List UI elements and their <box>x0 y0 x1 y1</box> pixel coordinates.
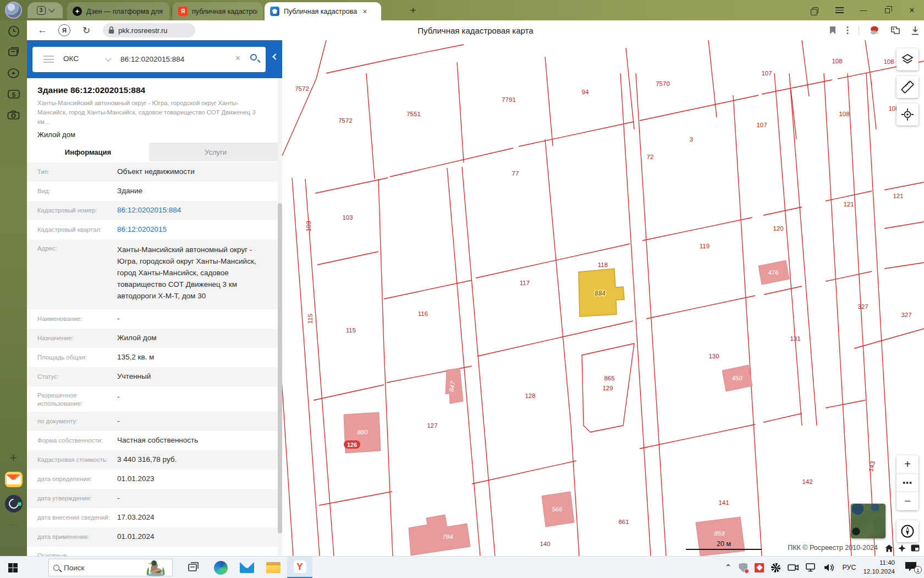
row-label: Кадастровый квартал: <box>37 226 117 234</box>
row-value-link[interactable]: 86:12:0202015:884 <box>117 205 269 216</box>
more-options-button[interactable]: ••• <box>897 474 919 493</box>
object-info-panel: ОКС × Здание 86:12:0202015:884 Ханты-Ман… <box>27 40 282 556</box>
collapse-panel-icon[interactable] <box>272 53 278 59</box>
map-label: 118 <box>598 261 608 268</box>
screen-record-icon[interactable] <box>788 563 799 572</box>
home-icon[interactable] <box>885 544 893 552</box>
map-label: 121 <box>893 193 903 199</box>
info-row: Кадастровый номер:86:12:0202015:884 <box>27 201 278 220</box>
row-label: дата утверждения: <box>37 494 117 503</box>
tray-clock[interactable]: 11:40 12.10.2024 <box>863 559 895 576</box>
extent-icon[interactable] <box>911 544 920 552</box>
passwords-key-icon[interactable] <box>890 26 901 35</box>
tray-expand-chevron[interactable]: ⌃ <box>725 563 732 572</box>
more-dots-icon[interactable]: ··· <box>0 520 27 529</box>
history-icon[interactable] <box>0 25 27 38</box>
new-tab-button[interactable]: + <box>408 5 419 16</box>
reload-icon[interactable]: ↻ <box>75 25 97 36</box>
row-label: Кадастровый номер: <box>37 206 117 215</box>
search-bar: ОКС × <box>32 47 266 72</box>
volume-icon[interactable] <box>824 563 835 572</box>
scrollbar-thumb[interactable] <box>278 203 282 533</box>
yandex-home-icon[interactable]: Я <box>58 24 70 36</box>
edge-icon[interactable] <box>208 557 233 578</box>
file-explorer-icon[interactable] <box>261 557 286 578</box>
pkk-icon <box>270 7 279 16</box>
close-tab-icon[interactable]: × <box>362 7 367 16</box>
address-bar[interactable]: pkk.rosreestr.ru <box>103 23 195 37</box>
back-icon[interactable]: ← <box>31 25 53 36</box>
map-label: 327 <box>901 312 911 318</box>
taskbar-search[interactable]: Поиск <box>48 559 173 576</box>
lock-icon <box>108 26 114 34</box>
bookmark-icon[interactable] <box>829 26 837 35</box>
network-icon[interactable] <box>806 563 817 572</box>
download-icon[interactable] <box>911 26 920 35</box>
taskbar-search-placeholder: Поиск <box>64 564 84 572</box>
chevron-down-icon[interactable] <box>105 55 111 61</box>
cadastral-map[interactable]: 7572757275517791947570107108108107108108… <box>282 40 924 556</box>
building-784 <box>409 515 470 555</box>
search-icon[interactable] <box>250 54 257 61</box>
tab-information[interactable]: Информация <box>27 143 149 161</box>
screenshot-icon[interactable] <box>0 108 27 122</box>
antivirus-icon[interactable] <box>739 563 747 572</box>
map-label: 7570 <box>656 80 670 87</box>
zoom-out-button[interactable]: − <box>897 492 919 510</box>
tab-counter[interactable]: 3 <box>28 2 63 18</box>
row-value-link[interactable]: 86:12:0202015 <box>117 224 269 236</box>
profile-avatar[interactable] <box>5 2 22 19</box>
locate-button[interactable] <box>897 103 919 126</box>
search-category-select[interactable]: ОКС <box>63 54 79 63</box>
extension-avatar-icon[interactable] <box>869 25 880 35</box>
map-label: 3 <box>690 136 693 143</box>
search-icon <box>53 565 59 571</box>
tab-dzen[interactable]: Дзен — платформа для пр <box>67 2 169 20</box>
row-label: дата определения: <box>37 475 117 483</box>
search-input[interactable] <box>120 47 234 71</box>
tabs-counter-icon[interactable]: 5 <box>0 88 27 101</box>
tab-services[interactable]: Услуги <box>149 143 282 161</box>
start-button[interactable] <box>0 557 25 578</box>
map-label: 7572 <box>295 85 309 92</box>
add-panel-icon[interactable]: + <box>0 451 27 465</box>
map-label: 142 <box>802 478 812 485</box>
task-view-icon[interactable] <box>182 557 207 578</box>
extensions-dots-icon[interactable] <box>846 26 849 35</box>
language-indicator[interactable]: РУС <box>842 564 856 571</box>
yandex-mail-icon[interactable] <box>0 472 27 487</box>
panel-scrollbar[interactable] <box>278 78 282 556</box>
pinwheel-app-icon[interactable] <box>771 563 780 572</box>
info-row: Адрес:Ханты-Мансийский автономный округ … <box>27 239 278 309</box>
compass-button[interactable] <box>897 520 919 542</box>
map-attribution: ПКК © Росреестр 2010-2024 <box>788 544 878 552</box>
row-value: Учтенный <box>117 371 269 383</box>
yandex-defender-icon[interactable] <box>755 563 764 572</box>
layers-button[interactable] <box>897 48 919 70</box>
navigate-icon[interactable] <box>898 544 906 552</box>
notification-center-icon[interactable]: 1 <box>902 560 921 575</box>
clear-search-icon[interactable]: × <box>235 53 240 63</box>
restore-button[interactable] <box>876 8 900 13</box>
row-label: по документу: <box>37 417 117 426</box>
building-footprints[interactable] <box>344 260 789 556</box>
feed-icon[interactable] <box>0 46 27 59</box>
minimize-button[interactable]: — <box>851 6 876 14</box>
side-panel-icon[interactable] <box>803 7 827 13</box>
yandex-browser-icon[interactable]: Y <box>287 557 312 578</box>
close-button[interactable]: × <box>900 6 924 15</box>
map-label: 566 <box>552 506 563 512</box>
menu-icon[interactable] <box>827 6 851 14</box>
map-canvas[interactable]: 7572757275517791947570107108108107108108… <box>282 40 924 556</box>
menu-hamburger-icon[interactable] <box>43 56 54 65</box>
row-value: - <box>117 493 269 504</box>
mail-app-icon[interactable] <box>234 557 260 578</box>
video-icon[interactable] <box>0 67 27 80</box>
basemap-thumbnail[interactable] <box>851 504 886 538</box>
alice-assistant-icon[interactable] <box>0 495 27 512</box>
info-row: дата определения:01.01.2023 <box>27 470 278 489</box>
tab-search-results[interactable]: Я публичная кадастровая к <box>173 2 263 20</box>
zoom-in-button[interactable]: + <box>897 455 919 474</box>
tab-pkk-active[interactable]: Публичная кадастрова × <box>265 2 381 20</box>
measure-ruler-button[interactable] <box>897 76 919 98</box>
